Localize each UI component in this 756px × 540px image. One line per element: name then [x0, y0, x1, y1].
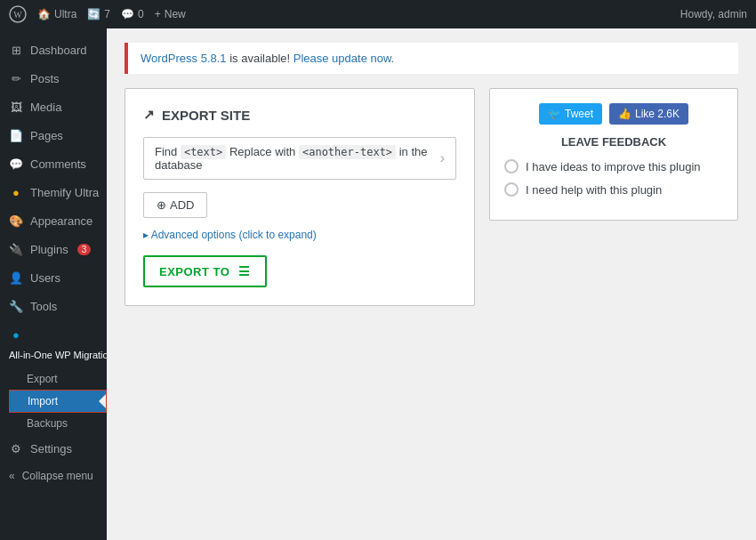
- radio-ideas[interactable]: [504, 159, 519, 173]
- appearance-icon: 🎨: [9, 214, 23, 228]
- chevron-right-icon: ›: [440, 150, 445, 166]
- add-find-replace-button[interactable]: ⊕ ADD: [143, 192, 207, 218]
- svg-text:W: W: [13, 10, 22, 20]
- sidebar-item-dashboard[interactable]: ⊞ Dashboard: [0, 36, 107, 64]
- like-button[interactable]: 👍 Like 2.6K: [609, 103, 688, 125]
- find-placeholder: <text>: [181, 145, 226, 159]
- export-menu-icon: ☰: [238, 264, 251, 278]
- media-icon: 🖼: [9, 100, 23, 114]
- users-icon: 👤: [9, 270, 23, 285]
- themify-icon: ●: [9, 185, 23, 199]
- tweet-button[interactable]: 🐦 Tweet: [539, 103, 602, 125]
- aio-icon: ●: [9, 327, 23, 342]
- replace-label: Replace with: [229, 145, 299, 158]
- radio-help[interactable]: [504, 182, 519, 197]
- export-card-title: ↗ EXPORT SITE: [143, 107, 456, 123]
- sidebar-item-tools[interactable]: 🔧 Tools: [0, 292, 107, 320]
- top-bar-left: W 🏠 Ultra 🔄 7 💬 0 + New: [9, 5, 186, 23]
- new-content-button[interactable]: + New: [155, 8, 186, 20]
- feedback-option-1[interactable]: I have ideas to improve this plugin: [504, 159, 723, 173]
- sidebar-item-themify[interactable]: ● Themify Ultra: [0, 178, 107, 206]
- advanced-options-link[interactable]: ▸ Advanced options (click to expand): [143, 229, 456, 241]
- find-replace-text: Find <text> Replace with <another-text> …: [155, 145, 440, 172]
- posts-icon: ✏: [9, 71, 23, 85]
- top-bar: W 🏠 Ultra 🔄 7 💬 0 + New Howdy, admin: [0, 0, 756, 28]
- comments-icon: 💬: [9, 157, 23, 171]
- tools-icon: 🔧: [9, 299, 23, 313]
- add-icon: ⊕: [157, 198, 166, 212]
- export-site-card: ↗ EXPORT SITE Find <text> Replace with <…: [125, 88, 475, 306]
- twitter-icon: 🐦: [548, 108, 561, 120]
- sidebar-item-aio-wp-migration[interactable]: ● All-in-One WP Migration: [0, 320, 107, 368]
- feedback-title: LEAVE FEEDBACK: [504, 135, 723, 149]
- update-notice: WordPress 5.8.1 is available! Please upd…: [125, 43, 738, 74]
- sidebar-item-users[interactable]: 👤 Users: [0, 263, 107, 292]
- sidebar-item-appearance[interactable]: 🎨 Appearance: [0, 206, 107, 235]
- collapse-icon: «: [9, 470, 15, 482]
- main-content: WordPress 5.8.1 is available! Please upd…: [107, 28, 756, 540]
- howdy-text[interactable]: Howdy, admin: [680, 8, 747, 20]
- sidebar-submenu-export[interactable]: Export: [9, 368, 107, 390]
- sidebar-item-pages[interactable]: 📄 Pages: [0, 121, 107, 149]
- sidebar-item-media[interactable]: 🖼 Media: [0, 93, 107, 121]
- plugins-icon: 🔌: [9, 242, 23, 256]
- replace-placeholder: <another-text>: [299, 145, 396, 159]
- dashboard-icon: ⊞: [9, 43, 23, 57]
- sidebar-item-plugins[interactable]: 🔌 Plugins 3: [0, 235, 107, 263]
- social-buttons: 🐦 Tweet 👍 Like 2.6K: [504, 103, 723, 125]
- facebook-icon: 👍: [618, 108, 631, 120]
- feedback-option-2[interactable]: I need help with this plugin: [504, 182, 723, 197]
- site-name[interactable]: 🏠 Ultra: [37, 8, 76, 20]
- export-to-button[interactable]: EXPORT TO ☰: [143, 255, 267, 287]
- wp-logo-link[interactable]: W: [9, 5, 27, 23]
- alert-message: is available!: [227, 52, 294, 65]
- updates-link[interactable]: 🔄 7: [87, 8, 110, 20]
- comments-link[interactable]: 💬 0: [121, 8, 144, 20]
- plugins-badge: 3: [77, 244, 92, 255]
- cards-row: ↗ EXPORT SITE Find <text> Replace with <…: [125, 88, 738, 306]
- advanced-options-suffix: (click to expand): [236, 229, 317, 241]
- export-title-icon: ↗: [143, 107, 155, 123]
- find-replace-row[interactable]: Find <text> Replace with <another-text> …: [143, 137, 456, 180]
- sidebar-submenu-aio: Export Import Backups: [0, 368, 107, 434]
- feedback-card: 🐦 Tweet 👍 Like 2.6K LEAVE FEEDBACK I hav…: [489, 88, 738, 221]
- pages-icon: 📄: [9, 128, 23, 142]
- sidebar: ⊞ Dashboard ✏ Posts 🖼 Media 📄 Pages 💬 Co…: [0, 28, 107, 540]
- advanced-options-arrow: ▸: [143, 229, 151, 241]
- sidebar-submenu-import[interactable]: Import: [9, 390, 107, 413]
- sidebar-item-settings[interactable]: ⚙ Settings: [0, 434, 107, 463]
- update-now-link[interactable]: Please update now.: [294, 52, 394, 65]
- sidebar-item-comments[interactable]: 💬 Comments: [0, 149, 107, 178]
- sidebar-active-arrow: [99, 394, 106, 408]
- sidebar-item-posts[interactable]: ✏ Posts: [0, 64, 107, 93]
- find-label: Find: [155, 145, 177, 158]
- collapse-menu-button[interactable]: « Collapse menu: [0, 463, 107, 489]
- wordpress-version-link[interactable]: WordPress 5.8.1: [141, 52, 227, 65]
- settings-icon: ⚙: [9, 441, 23, 455]
- sidebar-submenu-backups[interactable]: Backups: [9, 413, 107, 434]
